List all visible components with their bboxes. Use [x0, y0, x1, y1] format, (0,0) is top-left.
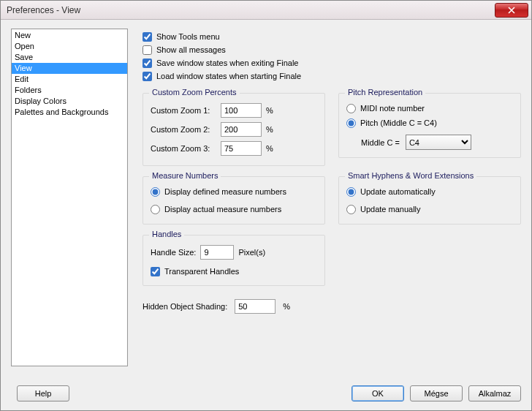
measure-defined-radio[interactable] [151, 187, 160, 197]
update-auto-label: Update automatically [360, 187, 436, 196]
sidebar-item[interactable]: Folders [12, 85, 127, 96]
sidebar-item[interactable]: View [12, 63, 127, 74]
handles-group: Handles Handle Size: Pixel(s) Transparen… [142, 235, 325, 286]
measure-numbers-group: Measure Numbers Display defined measure … [142, 176, 325, 225]
update-auto-radio[interactable] [346, 187, 356, 197]
transparent-handles-checkbox[interactable] [151, 267, 160, 276]
save-window-states-label: Save window states when exiting Finale [156, 59, 298, 67]
custom-zoom-label: Custom Zoom 2: [151, 125, 216, 134]
update-manual-label: Update manually [360, 205, 421, 214]
save-window-states-checkbox[interactable] [142, 59, 152, 68]
sidebar-item[interactable]: Save [12, 52, 127, 63]
measure-defined-label: Display defined measure numbers [164, 187, 286, 196]
handle-size-label: Handle Size: [151, 248, 196, 257]
close-icon [508, 7, 515, 14]
measure-actual-radio[interactable] [151, 205, 160, 214]
handle-size-unit: Pixel(s) [238, 248, 265, 257]
custom-zoom-input[interactable] [221, 122, 262, 137]
pitch-title: Pitch Representation [345, 88, 425, 97]
middle-c-label: Middle C = [361, 138, 400, 147]
show-tools-menu-checkbox[interactable] [142, 32, 152, 42]
ok-button[interactable]: OK [352, 385, 404, 401]
body: NewOpenSaveViewEditFoldersDisplay Colors… [1, 20, 531, 385]
sidebar-item[interactable]: Palettes and Backgrounds [12, 107, 127, 118]
transparent-handles-label: Transparent Handles [164, 267, 239, 276]
custom-zoom-row: Custom Zoom 3:% [151, 139, 317, 158]
titlebar: Preferences - View [1, 1, 531, 20]
percent-unit: % [266, 144, 273, 153]
midi-note-label: MIDI note number [360, 104, 425, 113]
load-window-states-checkbox[interactable] [142, 72, 152, 81]
show-tools-menu-label: Show Tools menu [156, 32, 220, 41]
handles-title: Handles [149, 230, 184, 238]
custom-zoom-group: Custom Zoom Percents Custom Zoom 1:%Cust… [142, 93, 325, 166]
measure-actual-label: Display actual measure numbers [164, 205, 281, 214]
measure-numbers-title: Measure Numbers [149, 171, 221, 180]
category-list[interactable]: NewOpenSaveViewEditFoldersDisplay Colors… [11, 29, 128, 366]
sidebar-item[interactable]: Open [12, 41, 127, 52]
show-all-messages-label: Show all messages [156, 45, 226, 54]
load-window-states-row: Load window states when starting Finale [142, 69, 521, 83]
hidden-shading-input[interactable] [235, 299, 276, 314]
percent-unit: % [266, 125, 273, 134]
save-window-states-row: Save window states when exiting Finale [142, 56, 521, 69]
custom-zoom-row: Custom Zoom 1:% [151, 101, 317, 120]
handle-size-input[interactable] [200, 245, 234, 260]
pitch-c4-radio[interactable] [346, 118, 356, 128]
update-manual-radio[interactable] [346, 205, 356, 214]
show-all-messages-checkbox[interactable] [142, 45, 152, 55]
pitch-representation-group: Pitch Representation MIDI note number Pi… [338, 93, 521, 158]
midi-note-radio[interactable] [346, 104, 356, 113]
sidebar-item[interactable]: Display Colors [12, 96, 127, 107]
footer: Help OK Mégse Alkalmaz [1, 385, 531, 410]
cancel-button[interactable]: Mégse [410, 385, 463, 401]
custom-zoom-row: Custom Zoom 2:% [151, 120, 317, 139]
custom-zoom-title: Custom Zoom Percents [149, 88, 240, 97]
view-panel: Show Tools menu Show all messages Save w… [142, 29, 521, 378]
hidden-shading-label: Hidden Object Shading: [142, 302, 227, 311]
load-window-states-label: Load window states when starting Finale [156, 72, 301, 80]
show-tools-menu-row: Show Tools menu [142, 30, 521, 43]
preferences-window: Preferences - View NewOpenSaveViewEditFo… [0, 0, 532, 411]
window-title: Preferences - View [7, 5, 80, 15]
hidden-shading-unit: % [283, 302, 290, 311]
smart-hyphens-title: Smart Hyphens & Word Extensions [345, 171, 476, 180]
help-button[interactable]: Help [17, 385, 69, 401]
middle-c-select[interactable]: C4 [406, 135, 471, 150]
close-button[interactable] [495, 3, 528, 18]
sidebar-item[interactable]: Edit [12, 74, 127, 85]
custom-zoom-input[interactable] [221, 141, 262, 156]
sidebar-item[interactable]: New [12, 30, 127, 41]
apply-button[interactable]: Alkalmaz [468, 385, 521, 401]
show-all-messages-row: Show all messages [142, 43, 521, 56]
pitch-c4-label: Pitch (Middle C = C4) [360, 118, 437, 127]
hidden-object-shading-row: Hidden Object Shading: % [142, 299, 521, 314]
custom-zoom-label: Custom Zoom 1: [151, 106, 216, 115]
custom-zoom-input[interactable] [221, 103, 262, 118]
smart-hyphens-group: Smart Hyphens & Word Extensions Update a… [338, 176, 521, 225]
percent-unit: % [266, 106, 273, 115]
custom-zoom-label: Custom Zoom 3: [151, 144, 216, 153]
